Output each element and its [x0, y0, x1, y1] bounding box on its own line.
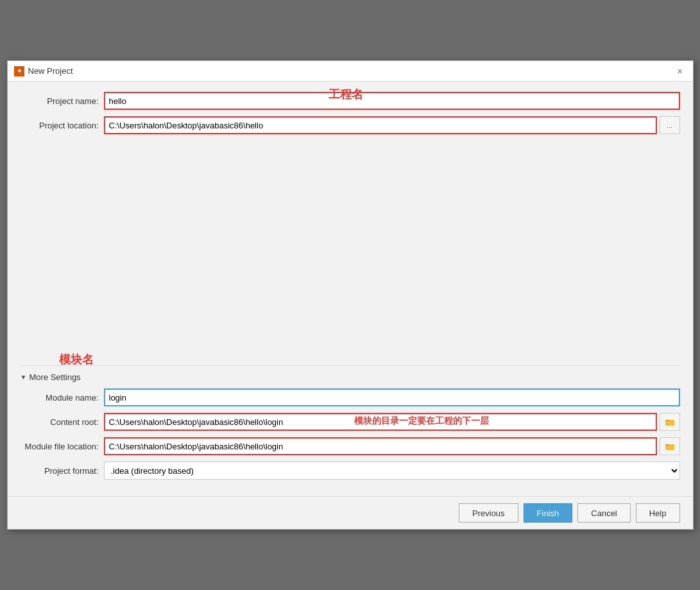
- annotation-mokuaiming: 模块名: [59, 352, 94, 367]
- content-root-label: Content root:: [21, 417, 104, 427]
- svg-rect-3: [665, 444, 669, 446]
- dialog-footer: Previous Finish Cancel Help: [8, 496, 693, 529]
- chevron-down-icon: ▼: [21, 374, 27, 381]
- project-format-row: Project format: .idea (directory based): [21, 462, 680, 480]
- project-name-label: Project name:: [21, 96, 104, 106]
- content-root-browse-button[interactable]: [660, 413, 680, 431]
- middle-spacer: [21, 141, 680, 359]
- dialog-title: New Project: [28, 66, 73, 76]
- project-location-label: Project location:: [21, 121, 104, 130]
- more-settings-label: More Settings: [29, 372, 80, 382]
- new-project-dialog: ✦ New Project × Project name: 工程名 Projec…: [7, 60, 694, 530]
- module-file-location-input[interactable]: [104, 437, 657, 455]
- project-format-label: Project format:: [21, 466, 104, 476]
- previous-button[interactable]: Previous: [459, 503, 518, 523]
- project-name-row: Project name: 工程名: [21, 92, 680, 110]
- project-location-row: Project location: ...: [21, 116, 680, 134]
- module-file-location-label: Module file location:: [21, 442, 104, 451]
- project-location-input[interactable]: [104, 116, 657, 134]
- folder-icon-2: [665, 442, 674, 450]
- annotation-mulu: 模块的目录一定要在工程的下一层: [354, 415, 489, 427]
- module-name-input[interactable]: [104, 388, 680, 406]
- folder-icon: [665, 418, 674, 426]
- project-location-browse-button[interactable]: ...: [660, 116, 680, 134]
- module-name-label: Module name:: [21, 393, 104, 403]
- app-icon: ✦: [14, 66, 24, 76]
- module-file-location-browse-button[interactable]: [660, 437, 680, 455]
- project-name-input[interactable]: [104, 92, 680, 110]
- title-bar: ✦ New Project ×: [8, 61, 693, 82]
- title-bar-left: ✦ New Project: [14, 66, 73, 76]
- cancel-button[interactable]: Cancel: [577, 503, 630, 523]
- project-format-select[interactable]: .idea (directory based): [104, 462, 680, 480]
- module-name-row: Module name:: [21, 388, 680, 406]
- dialog-body: Project name: 工程名 Project location: ... …: [8, 82, 693, 496]
- finish-button[interactable]: Finish: [524, 503, 573, 523]
- more-settings-toggle[interactable]: ▼ More Settings 模块名: [21, 372, 680, 382]
- module-file-location-row: Module file location:: [21, 437, 680, 455]
- close-button[interactable]: ×: [674, 65, 687, 78]
- help-button[interactable]: Help: [636, 503, 680, 523]
- content-root-row: Content root: 模块的目录一定要在工程的下一层: [21, 413, 680, 431]
- svg-rect-1: [665, 420, 669, 421]
- more-settings-section: ▼ More Settings 模块名 Module name: Content…: [21, 365, 680, 480]
